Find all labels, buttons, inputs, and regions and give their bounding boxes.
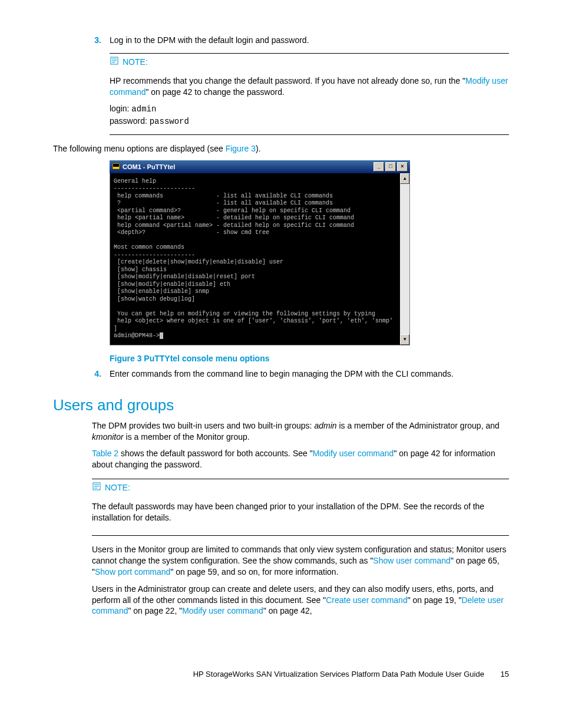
note1-body: HP recommends that you change the defaul…: [110, 75, 509, 98]
ug-para1: The DPM provides two built-in users and …: [92, 420, 509, 443]
svg-rect-2: [113, 164, 119, 167]
link-figure3[interactable]: Figure 3: [226, 144, 256, 153]
link-modify-user-3[interactable]: Modify user command: [182, 606, 263, 615]
maximize-button[interactable]: □: [385, 162, 396, 172]
link-show-user[interactable]: Show user command: [373, 556, 451, 565]
link-modify-user-2[interactable]: Modify user command: [313, 449, 394, 458]
link-show-port[interactable]: Show port command: [95, 567, 170, 577]
putty-icon: [112, 163, 120, 171]
scrollbar[interactable]: ▴ ▾: [400, 173, 409, 345]
note-label: NOTE:: [105, 483, 130, 492]
login-line: login: admin: [110, 104, 509, 114]
scroll-up-button[interactable]: ▴: [400, 173, 409, 184]
terminal-cursor: [160, 332, 163, 339]
minimize-button[interactable]: _: [373, 162, 384, 172]
figure-caption: Figure 3 PuTTYtel console menu options: [110, 354, 509, 363]
password-line: password: password: [110, 116, 509, 126]
menu-intro: The following menu options are displayed…: [53, 143, 509, 154]
terminal-window: COM1 - PuTTYtel _ □ × General help -----…: [110, 160, 410, 345]
ug-para4: Users in the Administrator group can cre…: [92, 584, 509, 617]
scroll-down-button[interactable]: ▾: [400, 334, 409, 345]
section-heading: Users and groups: [53, 396, 509, 414]
terminal-body: General help ----------------------- hel…: [110, 173, 400, 345]
step4-text: Enter commands from the command line to …: [110, 369, 509, 378]
terminal-title: COM1 - PuTTYtel: [123, 163, 175, 170]
page-number: 15: [501, 670, 509, 678]
ug-para2: Table 2 shows the default password for b…: [92, 448, 509, 470]
step-number: 3.: [90, 35, 110, 45]
note2-body: The default passwords may have been chan…: [92, 501, 509, 523]
step-number: 4.: [90, 369, 110, 378]
note-label: NOTE:: [123, 57, 148, 67]
page-footer: HP StorageWorks SAN Virtualization Servi…: [53, 670, 509, 678]
note-icon: [92, 482, 105, 493]
ug-para3: Users in the Monitor group are limited t…: [92, 544, 509, 578]
link-create-user[interactable]: Create user command: [326, 595, 408, 605]
close-button[interactable]: ×: [397, 162, 408, 172]
link-table2[interactable]: Table 2: [92, 449, 118, 458]
note-icon: [110, 56, 123, 67]
step3-text: Log in to the DPM with the default login…: [110, 35, 509, 45]
